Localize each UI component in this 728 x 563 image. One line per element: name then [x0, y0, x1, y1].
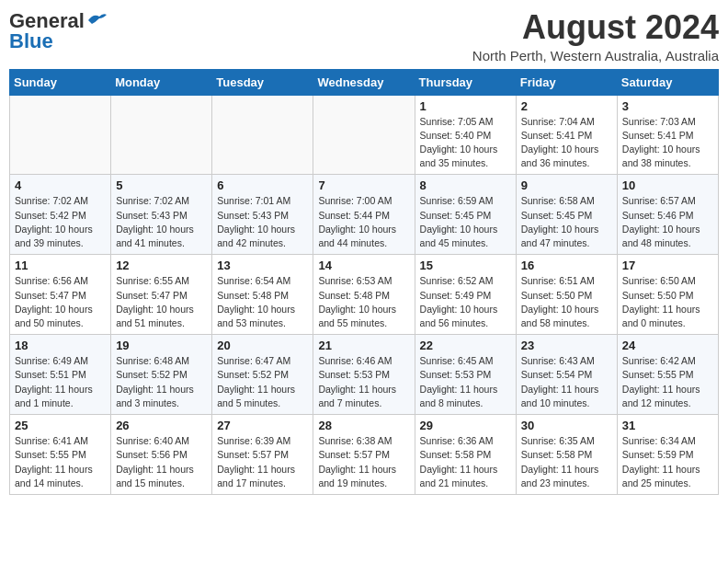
day-info: Sunrise: 6:40 AM Sunset: 5:56 PM Dayligh…	[116, 434, 207, 490]
calendar-cell: 30Sunrise: 6:35 AM Sunset: 5:58 PM Dayli…	[516, 415, 617, 495]
day-number: 9	[521, 178, 612, 192]
logo-blue: Blue	[9, 29, 53, 53]
calendar-week-row: 4Sunrise: 7:02 AM Sunset: 5:42 PM Daylig…	[10, 175, 719, 255]
day-info: Sunrise: 6:51 AM Sunset: 5:50 PM Dayligh…	[521, 274, 612, 330]
day-info: Sunrise: 6:36 AM Sunset: 5:58 PM Dayligh…	[420, 434, 511, 490]
calendar-cell: 27Sunrise: 6:39 AM Sunset: 5:57 PM Dayli…	[212, 415, 313, 495]
calendar-cell: 29Sunrise: 6:36 AM Sunset: 5:58 PM Dayli…	[415, 415, 516, 495]
day-number: 10	[622, 178, 713, 192]
day-number: 7	[318, 178, 409, 192]
day-info: Sunrise: 6:54 AM Sunset: 5:48 PM Dayligh…	[217, 274, 308, 330]
calendar-cell: 21Sunrise: 6:46 AM Sunset: 5:53 PM Dayli…	[313, 335, 415, 415]
day-info: Sunrise: 6:45 AM Sunset: 5:53 PM Dayligh…	[420, 354, 511, 410]
calendar-cell: 18Sunrise: 6:49 AM Sunset: 5:51 PM Dayli…	[10, 335, 111, 415]
day-info: Sunrise: 6:48 AM Sunset: 5:52 PM Dayligh…	[116, 354, 207, 410]
calendar-cell: 28Sunrise: 6:38 AM Sunset: 5:57 PM Dayli…	[313, 415, 415, 495]
day-info: Sunrise: 6:47 AM Sunset: 5:52 PM Dayligh…	[217, 354, 308, 410]
day-number: 28	[318, 419, 409, 432]
calendar-cell: 13Sunrise: 6:54 AM Sunset: 5:48 PM Dayli…	[212, 255, 313, 335]
day-info: Sunrise: 7:02 AM Sunset: 5:43 PM Dayligh…	[116, 194, 207, 250]
day-number: 2	[521, 99, 612, 113]
calendar-cell: 3Sunrise: 7:03 AM Sunset: 5:41 PM Daylig…	[617, 95, 718, 175]
calendar-cell: 2Sunrise: 7:04 AM Sunset: 5:41 PM Daylig…	[516, 95, 617, 175]
calendar-cell	[111, 95, 212, 175]
day-number: 22	[420, 339, 511, 352]
calendar-cell: 10Sunrise: 6:57 AM Sunset: 5:46 PM Dayli…	[617, 175, 718, 255]
title-section: August 2024 North Perth, Western Austral…	[472, 9, 719, 63]
weekday-header-tuesday: Tuesday	[212, 69, 313, 95]
day-number: 20	[217, 339, 308, 352]
day-info: Sunrise: 6:38 AM Sunset: 5:57 PM Dayligh…	[318, 434, 409, 490]
day-number: 8	[420, 178, 511, 192]
day-info: Sunrise: 6:34 AM Sunset: 5:59 PM Dayligh…	[622, 434, 713, 490]
day-number: 18	[15, 339, 106, 352]
day-info: Sunrise: 6:56 AM Sunset: 5:47 PM Dayligh…	[15, 274, 106, 330]
calendar-cell: 1Sunrise: 7:05 AM Sunset: 5:40 PM Daylig…	[415, 95, 516, 175]
day-info: Sunrise: 6:49 AM Sunset: 5:51 PM Dayligh…	[15, 354, 106, 410]
day-info: Sunrise: 6:58 AM Sunset: 5:45 PM Dayligh…	[521, 194, 612, 250]
calendar-cell: 26Sunrise: 6:40 AM Sunset: 5:56 PM Dayli…	[111, 415, 212, 495]
day-number: 30	[521, 419, 612, 432]
weekday-header-saturday: Saturday	[617, 69, 718, 95]
calendar-cell: 14Sunrise: 6:53 AM Sunset: 5:48 PM Dayli…	[313, 255, 415, 335]
day-info: Sunrise: 6:41 AM Sunset: 5:55 PM Dayligh…	[15, 434, 106, 490]
day-info: Sunrise: 6:50 AM Sunset: 5:50 PM Dayligh…	[622, 274, 713, 330]
day-number: 27	[217, 419, 308, 432]
weekday-header-monday: Monday	[111, 69, 212, 95]
day-number: 12	[116, 259, 207, 272]
day-info: Sunrise: 7:04 AM Sunset: 5:41 PM Dayligh…	[521, 115, 612, 171]
calendar-table: SundayMondayTuesdayWednesdayThursdayFrid…	[9, 69, 719, 495]
logo: General Blue	[9, 9, 107, 53]
month-title: August 2024	[472, 9, 719, 46]
calendar-header-row: SundayMondayTuesdayWednesdayThursdayFrid…	[10, 69, 719, 95]
calendar-cell: 24Sunrise: 6:42 AM Sunset: 5:55 PM Dayli…	[617, 335, 718, 415]
day-number: 25	[15, 419, 106, 432]
calendar-cell: 11Sunrise: 6:56 AM Sunset: 5:47 PM Dayli…	[10, 255, 111, 335]
calendar-cell	[212, 95, 313, 175]
day-number: 23	[521, 339, 612, 352]
day-number: 4	[15, 178, 106, 192]
logo-bird-icon	[86, 11, 107, 28]
calendar-week-row: 1Sunrise: 7:05 AM Sunset: 5:40 PM Daylig…	[10, 95, 719, 175]
calendar-cell: 12Sunrise: 6:55 AM Sunset: 5:47 PM Dayli…	[111, 255, 212, 335]
day-number: 31	[622, 419, 713, 432]
calendar-cell: 9Sunrise: 6:58 AM Sunset: 5:45 PM Daylig…	[516, 175, 617, 255]
calendar-week-row: 18Sunrise: 6:49 AM Sunset: 5:51 PM Dayli…	[10, 335, 719, 415]
calendar-cell: 31Sunrise: 6:34 AM Sunset: 5:59 PM Dayli…	[617, 415, 718, 495]
day-info: Sunrise: 6:57 AM Sunset: 5:46 PM Dayligh…	[622, 194, 713, 250]
page-header: General Blue August 2024 North Perth, We…	[9, 9, 719, 63]
day-info: Sunrise: 6:46 AM Sunset: 5:53 PM Dayligh…	[318, 354, 409, 410]
day-number: 16	[521, 259, 612, 272]
day-number: 24	[622, 339, 713, 352]
day-number: 29	[420, 419, 511, 432]
weekday-header-friday: Friday	[516, 69, 617, 95]
day-info: Sunrise: 6:53 AM Sunset: 5:48 PM Dayligh…	[318, 274, 409, 330]
day-info: Sunrise: 7:02 AM Sunset: 5:42 PM Dayligh…	[15, 194, 106, 250]
day-number: 6	[217, 178, 308, 192]
day-info: Sunrise: 6:55 AM Sunset: 5:47 PM Dayligh…	[116, 274, 207, 330]
day-number: 26	[116, 419, 207, 432]
calendar-cell: 5Sunrise: 7:02 AM Sunset: 5:43 PM Daylig…	[111, 175, 212, 255]
day-info: Sunrise: 6:39 AM Sunset: 5:57 PM Dayligh…	[217, 434, 308, 490]
weekday-header-wednesday: Wednesday	[313, 69, 415, 95]
day-info: Sunrise: 7:00 AM Sunset: 5:44 PM Dayligh…	[318, 194, 409, 250]
calendar-cell: 17Sunrise: 6:50 AM Sunset: 5:50 PM Dayli…	[617, 255, 718, 335]
day-number: 17	[622, 259, 713, 272]
day-info: Sunrise: 7:01 AM Sunset: 5:43 PM Dayligh…	[217, 194, 308, 250]
calendar-cell: 8Sunrise: 6:59 AM Sunset: 5:45 PM Daylig…	[415, 175, 516, 255]
calendar-cell	[10, 95, 111, 175]
day-info: Sunrise: 6:35 AM Sunset: 5:58 PM Dayligh…	[521, 434, 612, 490]
day-number: 13	[217, 259, 308, 272]
calendar-cell: 19Sunrise: 6:48 AM Sunset: 5:52 PM Dayli…	[111, 335, 212, 415]
day-info: Sunrise: 6:59 AM Sunset: 5:45 PM Dayligh…	[420, 194, 511, 250]
weekday-header-thursday: Thursday	[415, 69, 516, 95]
calendar-cell	[313, 95, 415, 175]
location-title: North Perth, Western Australia, Australi…	[472, 48, 719, 63]
day-info: Sunrise: 7:05 AM Sunset: 5:40 PM Dayligh…	[420, 115, 511, 171]
calendar-cell: 16Sunrise: 6:51 AM Sunset: 5:50 PM Dayli…	[516, 255, 617, 335]
day-number: 19	[116, 339, 207, 352]
weekday-header-sunday: Sunday	[10, 69, 111, 95]
day-number: 1	[420, 99, 511, 113]
day-number: 15	[420, 259, 511, 272]
day-info: Sunrise: 6:42 AM Sunset: 5:55 PM Dayligh…	[622, 354, 713, 410]
